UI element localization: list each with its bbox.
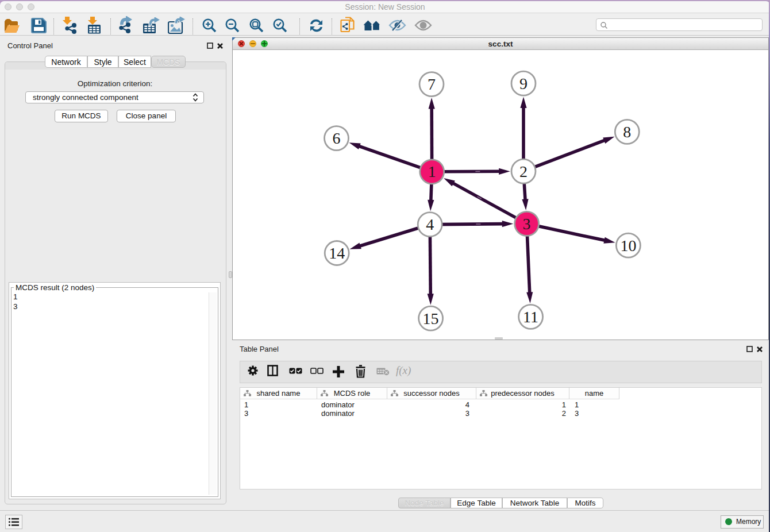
svg-text:11: 11 xyxy=(523,308,538,326)
svg-text:7: 7 xyxy=(428,75,436,93)
svg-text:9: 9 xyxy=(519,75,528,92)
svg-text:1: 1 xyxy=(428,163,436,180)
svg-text:8: 8 xyxy=(623,123,631,141)
svg-text:4: 4 xyxy=(426,215,434,233)
svg-text:6: 6 xyxy=(333,129,341,147)
svg-text:2: 2 xyxy=(519,163,528,180)
svg-text:3: 3 xyxy=(523,215,531,233)
svg-text:14: 14 xyxy=(329,244,345,262)
svg-text:15: 15 xyxy=(423,310,439,327)
svg-text:10: 10 xyxy=(620,237,636,255)
